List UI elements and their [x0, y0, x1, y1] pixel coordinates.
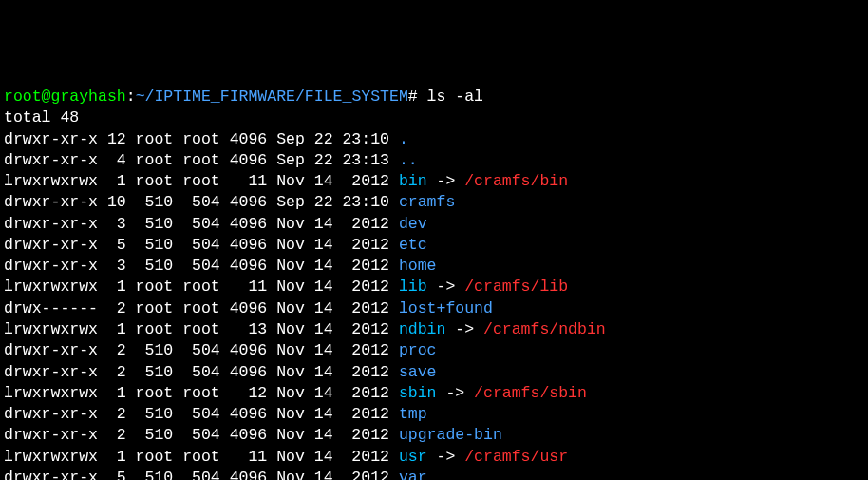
terminal-output[interactable]: root@grayhash:~/IPTIME_FIRMWARE/FILE_SYS… [4, 86, 864, 480]
entry-name-dir: lost+found [399, 299, 493, 317]
arrow-icon: -> [427, 172, 465, 190]
entry-meta: drwxr-xr-x 2 510 504 4096 Nov 14 2012 [4, 363, 399, 381]
entry-meta: drwxr-xr-x 5 510 504 4096 Nov 14 2012 [4, 236, 399, 254]
arrow-icon: -> [427, 278, 465, 296]
entry-target: /cramfs/lib [464, 278, 568, 296]
arrow-icon: -> [427, 448, 465, 466]
entry-name-dir: . [399, 130, 408, 148]
entry-name-link: bin [399, 172, 427, 190]
ls-entry: drwxr-xr-x 4 root root 4096 Sep 22 23:13… [4, 150, 864, 171]
entry-name-dir: .. [399, 151, 418, 169]
ls-entry: drwx------ 2 root root 4096 Nov 14 2012 … [4, 298, 864, 319]
ls-entry: drwxr-xr-x 10 510 504 4096 Sep 22 23:10 … [4, 192, 864, 213]
entry-meta: drwxr-xr-x 2 510 504 4096 Nov 14 2012 [4, 405, 399, 423]
ls-entry: drwxr-xr-x 3 510 504 4096 Nov 14 2012 ho… [4, 256, 864, 277]
entry-name-dir: tmp [399, 405, 427, 423]
prompt-line: root@grayhash:~/IPTIME_FIRMWARE/FILE_SYS… [4, 86, 864, 107]
arrow-icon: -> [436, 384, 474, 402]
entry-meta: drwxr-xr-x 3 510 504 4096 Nov 14 2012 [4, 257, 399, 275]
ls-entry: drwxr-xr-x 12 root root 4096 Sep 22 23:1… [4, 129, 864, 150]
entry-target: /cramfs/usr [464, 448, 568, 466]
ls-entry: lrwxrwxrwx 1 root root 11 Nov 14 2012 us… [4, 447, 864, 468]
entry-name-link: lib [399, 278, 427, 296]
entry-target: /cramfs/ndbin [483, 320, 606, 338]
ls-entry: drwxr-xr-x 2 510 504 4096 Nov 14 2012 up… [4, 425, 864, 446]
entry-meta: lrwxrwxrwx 1 root root 12 Nov 14 2012 [4, 384, 399, 402]
ls-entry: drwxr-xr-x 5 510 504 4096 Nov 14 2012 et… [4, 235, 864, 256]
entry-meta: lrwxrwxrwx 1 root root 11 Nov 14 2012 [4, 278, 399, 296]
ls-entry: drwxr-xr-x 3 510 504 4096 Nov 14 2012 de… [4, 214, 864, 235]
entry-meta: drwxr-xr-x 2 510 504 4096 Nov 14 2012 [4, 426, 399, 444]
entry-name-dir: upgrade-bin [399, 426, 502, 444]
entry-meta: drwxr-xr-x 5 510 504 4096 Nov 14 2012 [4, 469, 399, 480]
ls-entry: drwxr-xr-x 2 510 504 4096 Nov 14 2012 pr… [4, 340, 864, 361]
entry-meta: drwxr-xr-x 10 510 504 4096 Sep 22 23:10 [4, 193, 399, 211]
entry-meta: drwxr-xr-x 2 510 504 4096 Nov 14 2012 [4, 341, 399, 359]
prompt-colon: : [126, 87, 136, 106]
entry-meta: lrwxrwxrwx 1 root root 13 Nov 14 2012 [4, 320, 399, 338]
entry-name-link: sbin [399, 384, 437, 402]
prompt-path: ~/IPTIME_FIRMWARE/FILE_SYSTEM [136, 87, 408, 106]
ls-entry: lrwxrwxrwx 1 root root 12 Nov 14 2012 sb… [4, 383, 864, 404]
ls-entry: drwxr-xr-x 2 510 504 4096 Nov 14 2012 tm… [4, 404, 864, 425]
entry-target: /cramfs/sbin [474, 384, 587, 402]
prompt-hash: # [408, 87, 427, 106]
entry-name-dir: dev [399, 215, 427, 233]
entry-name-link: usr [399, 448, 427, 466]
entry-meta: lrwxrwxrwx 1 root root 11 Nov 14 2012 [4, 172, 399, 190]
entry-name-dir: var [399, 469, 427, 480]
entry-target: /cramfs/bin [464, 172, 568, 190]
entry-meta: drwx------ 2 root root 4096 Nov 14 2012 [4, 299, 399, 317]
total-line: total 48 [4, 107, 864, 128]
prompt-user-host: root@grayhash [4, 87, 126, 106]
ls-entry: lrwxrwxrwx 1 root root 13 Nov 14 2012 nd… [4, 319, 864, 340]
entry-name-dir: proc [399, 341, 437, 359]
entry-name-dir: save [399, 363, 437, 381]
arrow-icon: -> [445, 320, 483, 338]
entry-name-link: ndbin [399, 320, 446, 338]
entry-meta: drwxr-xr-x 12 root root 4096 Sep 22 23:1… [4, 130, 399, 148]
ls-entry: lrwxrwxrwx 1 root root 11 Nov 14 2012 bi… [4, 171, 864, 192]
entry-name-dir: etc [399, 236, 427, 254]
command-text: ls -al [427, 87, 483, 106]
ls-entry: drwxr-xr-x 2 510 504 4096 Nov 14 2012 sa… [4, 362, 864, 383]
entry-name-dir: cramfs [399, 193, 455, 211]
entry-name-dir: home [399, 257, 437, 275]
entry-meta: drwxr-xr-x 4 root root 4096 Sep 22 23:13 [4, 151, 399, 169]
ls-entry: drwxr-xr-x 5 510 504 4096 Nov 14 2012 va… [4, 468, 864, 480]
entry-meta: drwxr-xr-x 3 510 504 4096 Nov 14 2012 [4, 215, 399, 233]
ls-entry: lrwxrwxrwx 1 root root 11 Nov 14 2012 li… [4, 277, 864, 298]
entry-meta: lrwxrwxrwx 1 root root 11 Nov 14 2012 [4, 448, 399, 466]
